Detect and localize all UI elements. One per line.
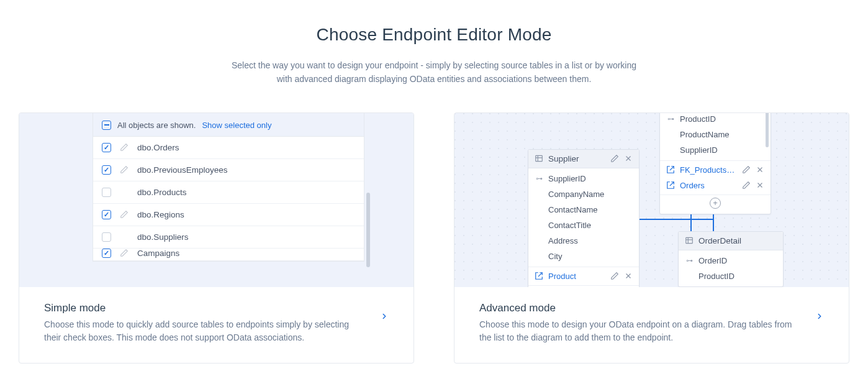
entity-header[interactable]: Supplier [528,150,639,168]
advanced-mode-desc: Choose this mode to design your OData en… [479,318,803,344]
link-icon [666,165,675,174]
field-row: ⊶ProductID [660,113,771,127]
entity-orderdetail[interactable]: OrderDetail ⊶OrderID ProductID [678,231,784,287]
advanced-mode-preview: Supplier ⊶SupplierID CompanyName Contact… [454,113,849,287]
add-icon[interactable]: + [710,198,721,209]
svg-rect-0 [536,156,543,162]
edit-icon[interactable] [742,181,751,190]
field-row: ProductID [679,268,783,284]
simple-mode-desc: Choose this mode to quickly add source t… [44,318,368,344]
list-filter-header: All objects are shown. Show selected onl… [93,113,364,137]
close-icon[interactable] [624,272,633,280]
scrollbar[interactable] [366,193,370,267]
key-icon: ⊶ [685,257,694,265]
entity-supplier[interactable]: Supplier ⊶SupplierID CompanyName Contact… [528,149,640,287]
field-row: CompanyName [528,186,639,202]
close-icon[interactable] [756,165,764,174]
edit-icon [120,188,129,196]
chevron-right-icon[interactable] [815,309,824,327]
row-checkbox[interactable] [102,249,111,258]
scrollbar[interactable] [766,113,769,147]
edit-icon[interactable] [610,154,619,163]
show-selected-only-link[interactable]: Show selected only [202,121,271,130]
simple-mode-preview: All objects are shown. Show selected onl… [19,113,414,287]
table-row[interactable]: dbo.Suppliers [93,226,364,249]
page-title: Choose Endpoint Editor Mode [0,25,868,45]
field-row: ProductName [660,127,771,142]
association-row[interactable]: Orders [660,178,771,193]
table-row[interactable]: dbo.Regions [93,204,364,226]
connector [640,219,714,220]
simple-table-list: All objects are shown. Show selected onl… [93,113,364,262]
field-row: City [528,249,639,264]
field-row: ContactTitle [528,217,639,233]
row-label: dbo.Products [137,188,355,197]
edit-icon[interactable] [742,165,751,174]
row-checkbox[interactable] [102,210,111,219]
edit-icon[interactable] [120,210,129,219]
row-label: Campaigns [137,249,355,258]
association-row[interactable]: Product [528,268,639,284]
select-all-checkbox[interactable] [102,121,111,130]
table-row[interactable]: dbo.Products [93,181,364,204]
table-row[interactable]: Campaigns [93,249,364,261]
key-icon: ⊶ [666,115,675,123]
field-row: ⊶OrderID [679,253,783,268]
row-label: dbo.PreviousEmployees [137,165,355,175]
edit-icon[interactable] [120,165,129,174]
row-label: dbo.Suppliers [137,232,355,242]
table-row[interactable]: dbo.Orders [93,137,364,159]
field-row: ContactName [528,202,639,217]
close-icon[interactable] [756,181,764,190]
entity-title: OrderDetail [698,236,777,245]
link-icon [535,272,543,280]
simple-mode-title: Simple mode [44,302,368,314]
row-label: dbo.Regions [137,210,355,219]
filter-status-text: All objects are shown. [117,121,196,130]
association-row[interactable]: FK_Products_Sup... [660,162,771,178]
table-icon [685,236,694,245]
row-checkbox[interactable] [102,143,111,152]
advanced-mode-title: Advanced mode [479,302,803,314]
key-icon: ⊶ [535,175,543,183]
entity-product[interactable]: ⊶ProductID ProductName SupplierID FK_Pro… [659,113,771,214]
table-icon [535,154,543,163]
edit-icon[interactable] [120,143,129,152]
entity-header[interactable]: OrderDetail [679,232,783,250]
simple-mode-card[interactable]: All objects are shown. Show selected onl… [19,112,414,364]
close-icon[interactable] [624,154,633,163]
edit-icon[interactable] [610,272,619,280]
row-checkbox[interactable] [102,188,111,197]
edit-icon [120,232,129,241]
advanced-mode-card[interactable]: Supplier ⊶SupplierID CompanyName Contact… [454,112,849,364]
field-row: SupplierID [660,142,771,158]
row-checkbox[interactable] [102,165,111,175]
chevron-right-icon[interactable] [380,309,389,327]
entity-title: Supplier [548,154,605,163]
page-subtitle: Select the way you want to design your e… [229,58,639,86]
edit-icon[interactable] [120,249,129,257]
row-checkbox[interactable] [102,232,111,242]
table-row[interactable]: dbo.PreviousEmployees [93,159,364,181]
field-row: Address [528,233,639,249]
row-label: dbo.Orders [137,143,355,152]
link-icon [666,181,675,190]
field-row: ⊶SupplierID [528,171,639,186]
svg-rect-11 [686,238,693,244]
